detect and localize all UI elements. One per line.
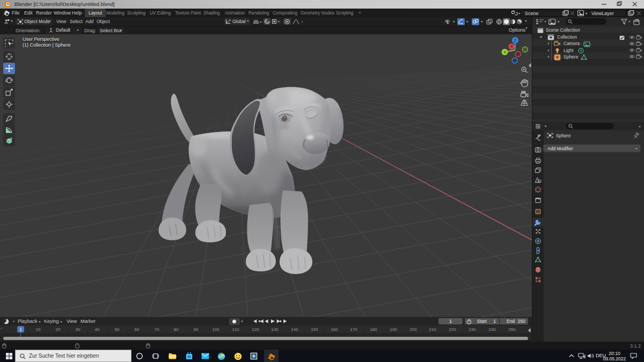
svg-text:Z: Z xyxy=(514,39,517,42)
svg-text:X: X xyxy=(510,45,513,48)
svg-text:Y: Y xyxy=(503,50,506,54)
